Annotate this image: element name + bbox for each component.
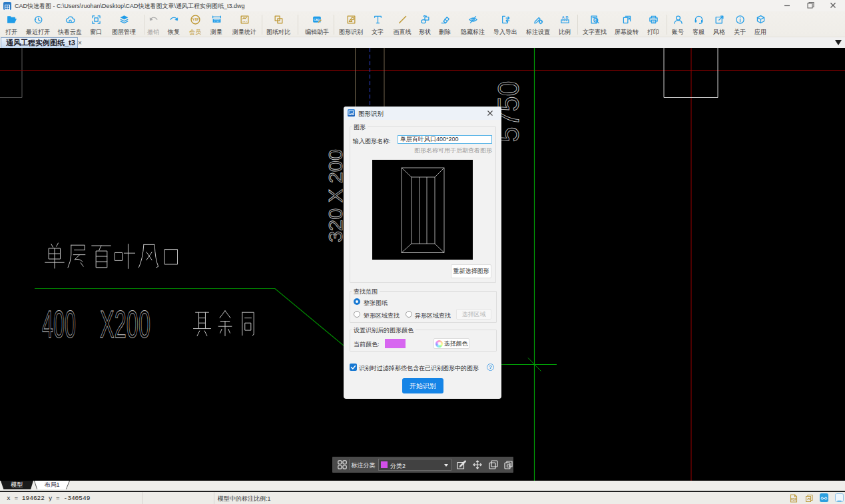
svg-text:CAD: CAD <box>314 18 320 21</box>
svg-text:400: 400 <box>42 302 76 346</box>
svg-text:PDF: PDF <box>791 498 797 501</box>
svg-text:X200: X200 <box>100 302 150 346</box>
svg-text:320 X 200: 320 X 200 <box>324 149 346 242</box>
svg-text:A: A <box>595 19 597 22</box>
svg-text:A:B: A:B <box>561 15 568 19</box>
